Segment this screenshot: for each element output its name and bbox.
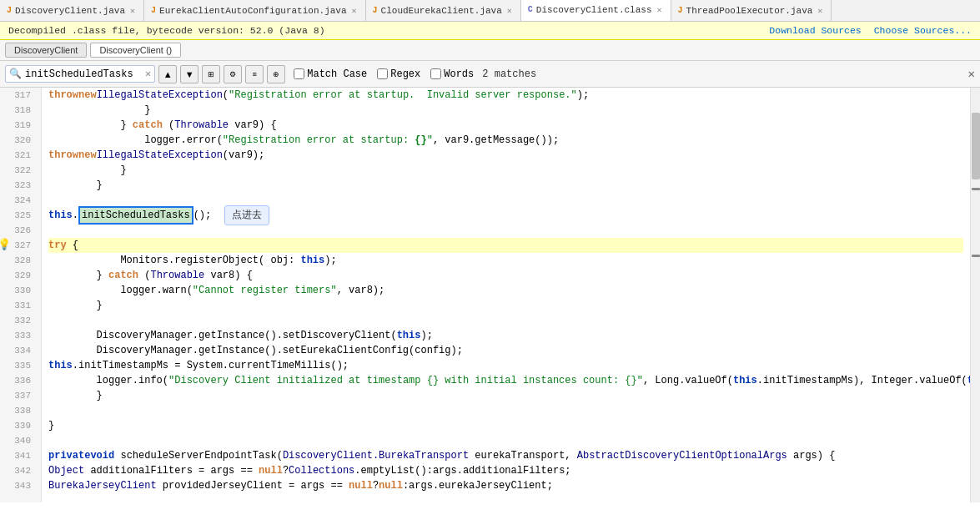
filter-button[interactable]: ≡ (245, 65, 264, 83)
words-checkbox[interactable] (430, 68, 441, 79)
download-sources-link[interactable]: Download Sources (769, 25, 861, 36)
java-icon: J (151, 6, 156, 15)
gutter-line: 332 (0, 313, 36, 328)
scrollbar-thumb[interactable] (972, 113, 980, 179)
code-line: logger.warn("Cannot register timers", va… (48, 283, 963, 298)
gutter-line: 317 (0, 88, 36, 103)
gutter-line: 339 (0, 418, 36, 433)
line-number: 337 (14, 388, 31, 403)
search-input[interactable] (25, 68, 142, 80)
gutter-line: 323 (0, 178, 36, 193)
tab-threadpool[interactable]: J ThreadPoolExecutor.java ✕ (671, 0, 832, 22)
line-numbers: 317318319320321322323324325326💡327328329… (0, 88, 42, 502)
settings-button[interactable]: ⚙ (224, 65, 242, 83)
code-line: logger.error("Registration error at star… (48, 133, 963, 148)
code-line: } (48, 388, 963, 403)
line-number: 343 (14, 478, 31, 493)
gutter-line: 334 (0, 343, 36, 358)
java-icon: J (373, 6, 378, 15)
gutter-line: 337 (0, 388, 36, 403)
code-line (48, 223, 963, 238)
line-number: 322 (14, 163, 31, 178)
code-line: Object additionalFilters = args == null?… (48, 463, 963, 478)
words-option[interactable]: Words (430, 68, 474, 80)
choose-sources-link[interactable]: Choose Sources... (874, 25, 972, 36)
gutter-line: 329 (0, 268, 36, 283)
code-line: BurekaJerseyClient providedJerseyClient … (48, 478, 963, 493)
matches-count: 2 matches (482, 68, 536, 80)
regex-checkbox[interactable] (377, 68, 388, 79)
prev-match-button[interactable]: ▲ (158, 65, 177, 83)
search-options: Match Case Regex Words (294, 68, 474, 80)
tab-cloud-eureka[interactable]: J CloudEurekaClient.java ✕ (366, 0, 521, 22)
line-number: 320 (14, 133, 31, 148)
search-bar: 🔍 ✕ ▲ ▼ ⊞ ⚙ ≡ ⊕ Match Case Regex Words 2… (0, 61, 980, 88)
line-number: 319 (14, 118, 31, 133)
tab-label: EurekaClientAutoConfiguration.java (159, 6, 346, 16)
search-close-icon[interactable]: ✕ (968, 67, 975, 81)
line-number: 331 (14, 298, 31, 313)
code-line: } (48, 418, 963, 433)
decompile-message: Decompiled .class file, bytecode version… (8, 25, 325, 36)
java-icon: J (7, 6, 12, 15)
code-line: } catch (Throwable var8) { (48, 268, 963, 283)
code-line: } (48, 163, 963, 178)
gutter-line: 343 (0, 478, 36, 493)
line-number: 339 (14, 418, 31, 433)
gutter-line: 331 (0, 298, 36, 313)
line-number: 326 (14, 223, 31, 238)
find-all-button[interactable]: ⊞ (202, 65, 220, 83)
code-line: } catch (Throwable var9) { (48, 118, 963, 133)
gutter-line: 💡327 (0, 238, 36, 253)
tab-close[interactable]: ✕ (505, 6, 514, 16)
tab-discovery-class[interactable]: C DiscoveryClient.class ✕ (521, 0, 671, 22)
code-line (48, 403, 963, 418)
line-number: 318 (14, 103, 31, 118)
tab-label: CloudEurekaClient.java (381, 6, 502, 16)
tab-label: DiscoveryClient.class (536, 5, 652, 15)
structure-bar: DiscoveryClient DiscoveryClient () (0, 40, 980, 61)
search-clear-icon[interactable]: ✕ (145, 68, 151, 80)
scrollbar-marker-2 (972, 255, 980, 257)
match-case-checkbox[interactable] (294, 68, 304, 79)
line-number: 325 (14, 208, 31, 223)
code-line: throw new IllegalStateException(var9); (48, 148, 963, 163)
gutter-line: 326 (0, 223, 36, 238)
code-line: this.initScheduledTasks();点进去 (48, 208, 963, 223)
line-number: 329 (14, 268, 31, 283)
extra-button[interactable]: ⊕ (267, 65, 285, 83)
code-line (48, 313, 963, 328)
tab-label: ThreadPoolExecutor.java (686, 6, 813, 16)
gutter-line: 333 (0, 328, 36, 343)
line-number: 341 (14, 448, 31, 463)
info-bar: Decompiled .class file, bytecode version… (0, 22, 980, 40)
next-match-button[interactable]: ▼ (180, 65, 199, 83)
scrollbar-marker (972, 188, 980, 190)
search-icon: 🔍 (9, 68, 22, 80)
tab-discovery-java[interactable]: J DiscoveryClient.java ✕ (0, 0, 144, 22)
highlight-match: initScheduledTasks (78, 206, 193, 225)
code-line: private void scheduleServerEndpointTask(… (48, 448, 963, 463)
code-content[interactable]: throw new IllegalStateException("Registr… (42, 88, 970, 502)
gutter-line: 319 (0, 118, 36, 133)
gutter-line: 320 (0, 133, 36, 148)
code-line: throw new IllegalStateException("Registr… (48, 88, 963, 103)
class-icon: C (528, 5, 533, 14)
tab-close[interactable]: ✕ (655, 5, 663, 15)
tab-close[interactable]: ✕ (350, 6, 359, 16)
tab-label: DiscoveryClient.java (15, 6, 125, 16)
tab-eureka-auto[interactable]: J EurekaClientAutoConfiguration.java ✕ (144, 0, 365, 22)
line-number: 338 (14, 403, 31, 418)
match-case-option[interactable]: Match Case (294, 68, 367, 80)
line-number: 342 (14, 463, 31, 478)
struct-btn-constructor[interactable]: DiscoveryClient () (90, 43, 181, 58)
scrollbar-right[interactable] (970, 88, 980, 502)
line-number: 321 (14, 148, 31, 163)
line-number: 317 (14, 88, 31, 103)
tab-close[interactable]: ✕ (128, 6, 137, 16)
struct-btn-discovery-client[interactable]: DiscoveryClient (5, 43, 87, 58)
code-line: } (48, 103, 963, 118)
tab-close[interactable]: ✕ (816, 6, 824, 16)
regex-option[interactable]: Regex (377, 68, 420, 80)
search-input-wrap: 🔍 ✕ (5, 65, 155, 83)
